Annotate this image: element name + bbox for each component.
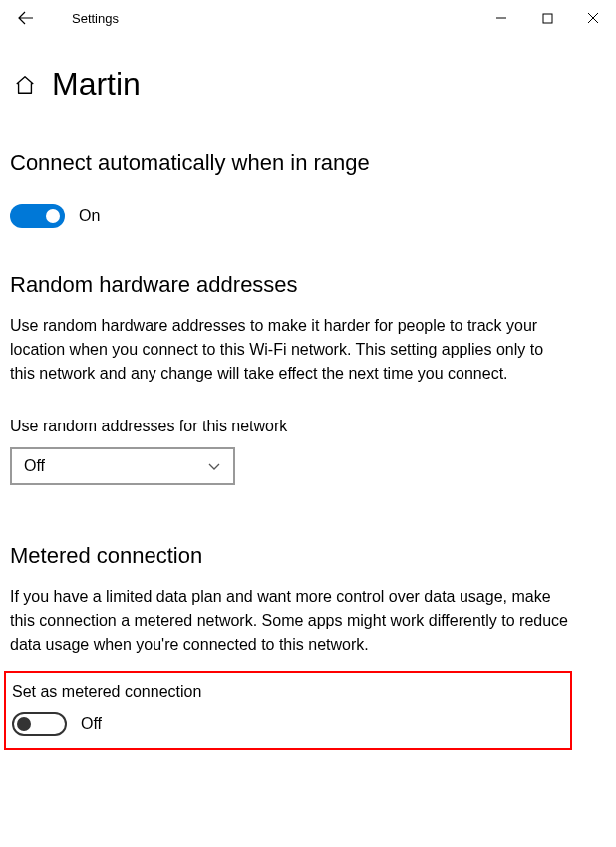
window-title: Settings [72, 11, 119, 26]
maximize-button[interactable] [524, 0, 570, 36]
close-button[interactable] [570, 0, 616, 36]
window-controls [478, 0, 616, 36]
metered-highlight-box: Set as metered connection Off [4, 671, 572, 750]
metered-toggle[interactable] [12, 712, 67, 736]
auto-connect-toggle[interactable] [10, 204, 65, 228]
back-button[interactable] [14, 6, 38, 30]
close-icon [587, 12, 599, 24]
metered-toggle-row: Off [6, 712, 570, 736]
toggle-knob-icon [17, 717, 31, 731]
metered-heading: Metered connection [10, 543, 606, 569]
back-arrow-icon [18, 10, 34, 26]
metered-description: If you have a limited data plan and want… [10, 585, 568, 657]
maximize-icon [542, 13, 553, 24]
random-hw-description: Use random hardware addresses to make it… [10, 314, 568, 386]
page-title-row: Martin [10, 66, 606, 103]
random-hw-section: Random hardware addresses Use random har… [10, 272, 606, 485]
minimize-icon [495, 12, 507, 24]
home-icon [14, 74, 36, 96]
random-hw-heading: Random hardware addresses [10, 272, 606, 298]
title-bar: Settings [0, 0, 616, 36]
random-hw-dropdown[interactable]: Off [10, 447, 235, 485]
toggle-knob-icon [46, 209, 60, 223]
random-hw-dropdown-value: Off [24, 457, 45, 475]
metered-toggle-state: Off [81, 715, 102, 733]
chevron-down-icon [207, 459, 221, 473]
auto-connect-toggle-label: On [79, 207, 100, 225]
metered-toggle-label: Set as metered connection [6, 683, 570, 701]
auto-connect-toggle-row: On [10, 204, 606, 228]
minimize-button[interactable] [478, 0, 524, 36]
auto-connect-heading: Connect automatically when in range [10, 150, 606, 176]
svg-rect-1 [543, 14, 552, 23]
content-area: Martin Connect automatically when in ran… [0, 36, 616, 750]
page-title: Martin [52, 66, 141, 103]
random-hw-dropdown-label: Use random addresses for this network [10, 418, 606, 435]
